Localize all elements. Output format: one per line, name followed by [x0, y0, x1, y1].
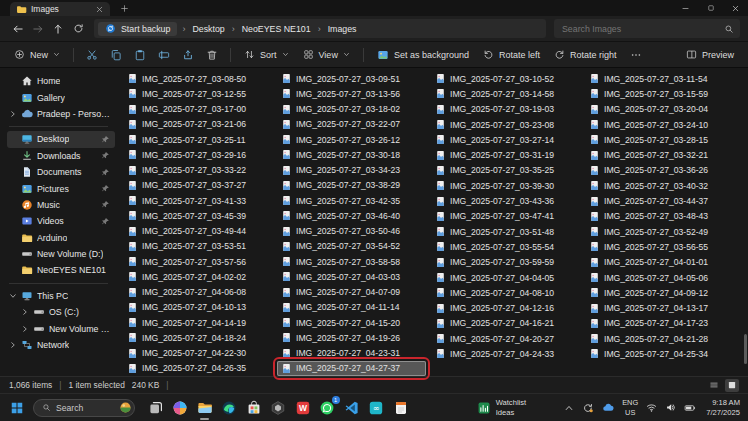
- file-item[interactable]: IMG_2025-07-27_03-20-04: [585, 102, 734, 117]
- file-item[interactable]: IMG_2025-07-27_03-35-25: [431, 163, 580, 178]
- file-item[interactable]: IMG_2025-07-27_04-26-35: [123, 361, 272, 376]
- update-sync-icon[interactable]: [582, 402, 594, 414]
- file-item[interactable]: IMG_2025-07-27_03-29-16: [123, 147, 272, 162]
- chevron-right-icon[interactable]: [21, 325, 29, 333]
- sidebar-item-videos[interactable]: Videos: [7, 213, 115, 229]
- file-item-selected[interactable]: IMG_2025-07-27_04-27-37: [277, 361, 426, 376]
- file-item[interactable]: IMG_2025-07-27_03-25-11: [123, 132, 272, 147]
- file-item[interactable]: IMG_2025-07-27_03-32-21: [585, 147, 734, 162]
- file-item[interactable]: IMG_2025-07-27_04-09-12: [585, 285, 734, 300]
- sidebar-item-network[interactable]: Network: [7, 337, 115, 353]
- sidebar-item-desktop[interactable]: Desktop: [7, 131, 115, 147]
- file-item[interactable]: IMG_2025-07-27_03-15-59: [585, 86, 734, 101]
- preview-button[interactable]: Preview: [680, 46, 740, 63]
- file-item[interactable]: IMG_2025-07-27_04-25-34: [585, 346, 734, 361]
- sidebar-item-neoeyes-ne101[interactable]: NeoEYES NE101: [7, 262, 115, 278]
- file-item[interactable]: IMG_2025-07-27_03-51-48: [431, 224, 580, 239]
- minimize-button[interactable]: [673, 0, 698, 16]
- file-item[interactable]: IMG_2025-07-27_03-40-32: [585, 178, 734, 193]
- details-view-button[interactable]: [707, 379, 721, 392]
- file-item[interactable]: IMG_2025-07-27_03-34-23: [277, 163, 426, 178]
- explorer-tab-images[interactable]: Images: [10, 2, 110, 16]
- sidebar-item-gallery[interactable]: Gallery: [7, 89, 115, 105]
- taskbar-app-notes-app[interactable]: [392, 399, 409, 416]
- file-item[interactable]: IMG_2025-07-27_03-44-37: [585, 193, 734, 208]
- file-item[interactable]: IMG_2025-07-27_03-54-52: [277, 239, 426, 254]
- tray-expand-icon[interactable]: [564, 403, 574, 413]
- onedrive-icon[interactable]: [602, 402, 614, 414]
- sidebar-item-pictures[interactable]: Pictures: [7, 180, 115, 196]
- breadcrumb-item-start-backup[interactable]: Start backup: [98, 22, 177, 36]
- copy-button[interactable]: [105, 46, 127, 64]
- new-tab-button[interactable]: [120, 4, 129, 13]
- file-item[interactable]: IMG_2025-07-27_03-19-03: [431, 102, 580, 117]
- file-item[interactable]: IMG_2025-07-27_03-42-35: [277, 193, 426, 208]
- sidebar-item-pradeep-personal[interactable]: Pradeep - Personal: [7, 106, 115, 122]
- rotate-right-button[interactable]: Rotate right: [548, 46, 623, 63]
- paste-button[interactable]: [129, 46, 151, 64]
- rename-button[interactable]: [153, 46, 175, 64]
- sidebar-item-downloads[interactable]: Downloads: [7, 148, 115, 164]
- taskbar-app-copilot[interactable]: [172, 399, 189, 416]
- thumbnail-view-button[interactable]: [725, 379, 739, 392]
- file-item[interactable]: IMG_2025-07-27_03-49-44: [123, 224, 272, 239]
- breadcrumb-item-images[interactable]: Images: [326, 23, 359, 35]
- taskbar-app-edge-browser[interactable]: [221, 399, 238, 416]
- file-item[interactable]: IMG_2025-07-27_03-41-33: [123, 193, 272, 208]
- file-item[interactable]: IMG_2025-07-27_04-03-03: [277, 269, 426, 284]
- close-button[interactable]: [723, 0, 748, 16]
- file-item[interactable]: IMG_2025-07-27_03-47-41: [431, 209, 580, 224]
- file-item[interactable]: IMG_2025-07-27_03-46-40: [277, 208, 426, 223]
- file-item[interactable]: IMG_2025-07-27_04-02-02: [123, 269, 272, 284]
- taskbar-app-task-view[interactable]: [147, 399, 164, 416]
- file-item[interactable]: IMG_2025-07-27_04-11-14: [277, 300, 426, 315]
- chevron-right-icon[interactable]: [21, 308, 29, 316]
- file-item[interactable]: IMG_2025-07-27_03-57-56: [123, 254, 272, 269]
- chevron-right-icon[interactable]: [9, 341, 17, 349]
- file-item[interactable]: IMG_2025-07-27_04-08-10: [431, 285, 580, 300]
- new-button[interactable]: New: [8, 46, 66, 63]
- search-input[interactable]: [560, 23, 724, 35]
- file-item[interactable]: IMG_2025-07-27_04-18-24: [123, 330, 272, 345]
- taskbar-app-vscode[interactable]: [343, 399, 360, 416]
- file-item[interactable]: IMG_2025-07-27_04-10-13: [123, 300, 272, 315]
- chevron-right-icon[interactable]: [9, 110, 17, 118]
- file-item[interactable]: IMG_2025-07-27_03-59-59: [431, 255, 580, 270]
- taskbar-app-w-app[interactable]: W: [294, 399, 311, 416]
- sidebar-item-new-volume-d[interactable]: New Volume (D:): [19, 320, 115, 336]
- taskbar-app-unity-hub[interactable]: [270, 399, 287, 416]
- file-item[interactable]: IMG_2025-07-27_03-10-52: [431, 71, 580, 86]
- file-item[interactable]: IMG_2025-07-27_03-13-56: [277, 86, 426, 101]
- file-item[interactable]: IMG_2025-07-27_04-22-30: [123, 346, 272, 361]
- breadcrumb-item-neoeyes-ne101[interactable]: NeoEYES NE101: [240, 23, 313, 35]
- back-button[interactable]: [8, 20, 28, 38]
- clock[interactable]: 9:18 AM 7/27/2025: [706, 398, 740, 418]
- file-item[interactable]: IMG_2025-07-27_03-53-51: [123, 239, 272, 254]
- sidebar-item-os-c[interactable]: OS (C:): [19, 304, 115, 320]
- file-item[interactable]: IMG_2025-07-27_03-12-55: [123, 86, 272, 101]
- file-item[interactable]: IMG_2025-07-27_04-05-06: [585, 270, 734, 285]
- maximize-button[interactable]: [698, 0, 723, 16]
- tab-close-icon[interactable]: [95, 5, 104, 14]
- file-item[interactable]: IMG_2025-07-27_03-45-39: [123, 208, 272, 223]
- file-item[interactable]: IMG_2025-07-27_03-09-51: [277, 71, 426, 86]
- delete-button[interactable]: [201, 46, 223, 64]
- file-item[interactable]: IMG_2025-07-27_04-17-23: [585, 316, 734, 331]
- file-item[interactable]: IMG_2025-07-27_03-22-07: [277, 117, 426, 132]
- file-item[interactable]: IMG_2025-07-27_03-43-36: [431, 193, 580, 208]
- taskbar-app-whatsapp[interactable]: 1: [319, 399, 336, 416]
- file-item[interactable]: IMG_2025-07-27_03-17-00: [123, 102, 272, 117]
- more-options-button[interactable]: [625, 46, 647, 64]
- language-indicator[interactable]: ENG US: [622, 398, 638, 417]
- file-item[interactable]: IMG_2025-07-27_03-14-58: [431, 86, 580, 101]
- taskbar-app-store[interactable]: [245, 399, 262, 416]
- wifi-icon[interactable]: [646, 402, 657, 413]
- file-item[interactable]: IMG_2025-07-27_03-48-43: [585, 209, 734, 224]
- taskbar-app-file-explorer[interactable]: [196, 399, 213, 416]
- view-button[interactable]: View: [297, 46, 356, 63]
- sidebar-item-new-volume-d[interactable]: New Volume (D:): [7, 246, 115, 262]
- file-item[interactable]: IMG_2025-07-27_04-19-26: [277, 330, 426, 345]
- file-item[interactable]: IMG_2025-07-27_04-24-33: [431, 346, 580, 361]
- file-item[interactable]: IMG_2025-07-27_04-01-01: [585, 255, 734, 270]
- breadcrumb-item-desktop[interactable]: Desktop: [190, 23, 226, 35]
